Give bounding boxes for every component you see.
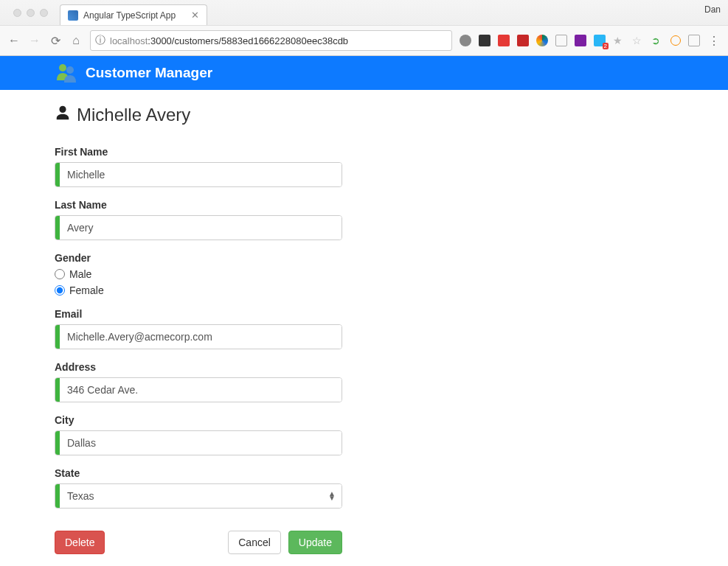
ext-icon[interactable] xyxy=(688,35,700,46)
browser-tab[interactable]: Angular TypeScript App ✕ xyxy=(60,4,207,25)
svg-point-1 xyxy=(66,66,74,74)
ext-icon[interactable]: ➲ xyxy=(651,35,663,46)
browser-chrome: Angular TypeScript App ✕ Dan ← → ⟳ ⌂ ⓘ l… xyxy=(0,0,728,56)
ext-icon[interactable]: 2 xyxy=(594,35,606,46)
state-select-wrap: Texas ▲▼ xyxy=(55,483,342,509)
ext-icon[interactable]: ★ xyxy=(613,35,625,46)
tab-bar: Angular TypeScript App ✕ Dan xyxy=(0,0,728,25)
menu-icon[interactable]: ⋮ xyxy=(707,34,721,47)
first-name-input-wrap xyxy=(55,162,342,187)
first-name-input[interactable] xyxy=(60,163,342,186)
state-label: State xyxy=(55,467,673,479)
form-group-email: Email xyxy=(55,308,673,349)
ext-icon[interactable] xyxy=(575,35,586,46)
gender-female-label: Female xyxy=(69,284,104,296)
address-label: Address xyxy=(55,361,673,373)
close-window-icon[interactable] xyxy=(13,9,21,17)
form-group-address: Address xyxy=(55,361,673,402)
form-group-first-name: First Name xyxy=(55,146,673,187)
gender-male-label: Male xyxy=(69,268,91,280)
last-name-label: Last Name xyxy=(55,199,673,211)
person-icon xyxy=(55,105,71,125)
ext-icon[interactable] xyxy=(460,35,471,46)
nav-bar: ← → ⟳ ⌂ ⓘ localhost:3000/customers/5883e… xyxy=(0,25,728,55)
profile-name[interactable]: Dan xyxy=(704,0,728,15)
email-label: Email xyxy=(55,308,673,320)
form-group-last-name: Last Name xyxy=(55,199,673,240)
app-logo-icon xyxy=(55,61,78,85)
update-button[interactable]: Update xyxy=(288,531,342,554)
button-row: Delete Cancel Update xyxy=(55,531,342,554)
info-icon[interactable]: ⓘ xyxy=(95,34,105,47)
back-icon[interactable]: ← xyxy=(7,34,21,47)
home-icon[interactable]: ⌂ xyxy=(69,34,83,47)
gender-option-male[interactable]: Male xyxy=(55,268,673,280)
app-title: Customer Manager xyxy=(86,65,212,81)
window-controls xyxy=(6,9,55,17)
ext-icon[interactable] xyxy=(498,35,510,46)
ext-icon[interactable] xyxy=(670,35,681,46)
email-input[interactable] xyxy=(60,325,342,349)
email-input-wrap xyxy=(55,324,342,349)
city-label: City xyxy=(55,414,673,426)
first-name-label: First Name xyxy=(55,146,673,158)
reload-icon[interactable]: ⟳ xyxy=(49,34,62,47)
tab-favicon-icon xyxy=(68,10,78,21)
last-name-input[interactable] xyxy=(60,216,342,240)
ext-icon[interactable] xyxy=(536,35,548,46)
gender-option-female[interactable]: Female xyxy=(55,284,673,296)
maximize-window-icon[interactable] xyxy=(40,9,48,17)
address-input[interactable] xyxy=(60,378,342,402)
state-select[interactable]: Texas xyxy=(60,484,342,508)
gender-radio-male[interactable] xyxy=(55,269,65,279)
tab-title: Angular TypeScript App xyxy=(83,10,176,21)
ext-icon[interactable]: ☆ xyxy=(632,35,644,46)
extension-icons: 2 ★ ☆ ➲ ⋮ xyxy=(460,34,721,47)
form-group-gender: Gender Male Female xyxy=(55,252,673,296)
ext-icon[interactable] xyxy=(555,35,567,46)
url-text: localhost:3000/customers/5883ed166622808… xyxy=(110,35,447,46)
forward-icon[interactable]: → xyxy=(28,34,41,47)
page-title: Michelle Avery xyxy=(55,105,673,125)
url-bar[interactable]: ⓘ localhost:3000/customers/5883ed1666228… xyxy=(90,30,452,51)
tab-close-icon[interactable]: ✕ xyxy=(191,10,199,21)
address-input-wrap xyxy=(55,377,342,402)
city-input[interactable] xyxy=(60,431,342,455)
minimize-window-icon[interactable] xyxy=(27,9,35,17)
form-group-city: City xyxy=(55,414,673,455)
gender-label: Gender xyxy=(55,252,673,264)
cancel-button[interactable]: Cancel xyxy=(228,531,281,554)
app-header: Customer Manager xyxy=(0,56,728,90)
ext-icon[interactable] xyxy=(479,35,490,46)
ext-icon[interactable] xyxy=(517,35,529,46)
page-title-text: Michelle Avery xyxy=(77,105,190,125)
last-name-input-wrap xyxy=(55,215,342,240)
city-input-wrap xyxy=(55,430,342,455)
gender-radio-female[interactable] xyxy=(55,285,65,296)
form-group-state: State Texas ▲▼ xyxy=(55,467,673,509)
svg-point-0 xyxy=(59,64,66,71)
content: Michelle Avery First Name Last Name Gend… xyxy=(0,90,728,563)
delete-button[interactable]: Delete xyxy=(55,531,105,554)
